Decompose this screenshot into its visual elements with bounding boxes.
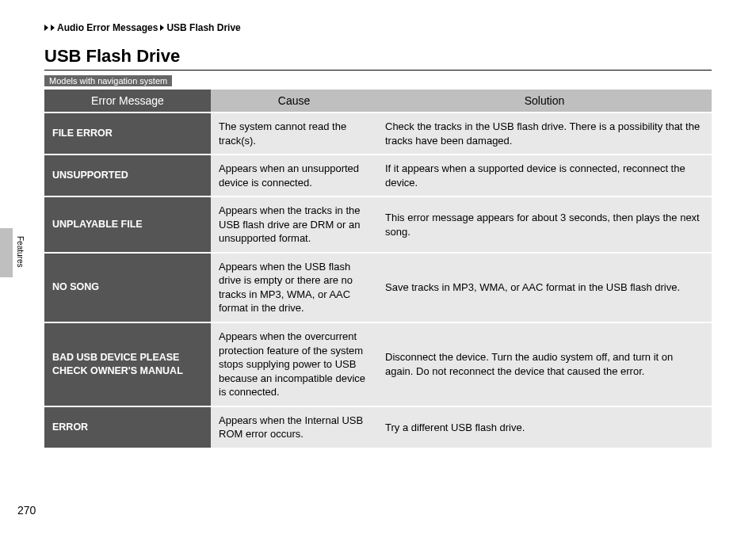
cell-solution: If it appears when a supported device is… <box>377 155 712 196</box>
table-row: FILE ERROR The system cannot read the tr… <box>44 113 712 154</box>
cell-solution: This error message appears for about 3 s… <box>377 197 712 252</box>
cell-solution: Check the tracks in the USB flash drive.… <box>377 113 712 154</box>
cell-cause: Appears when the tracks in the USB flash… <box>211 197 377 252</box>
cell-solution: Try a different USB flash drive. <box>377 407 712 448</box>
header-cause: Cause <box>211 90 377 112</box>
breadcrumb: Audio Error Messages USB Flash Drive <box>44 22 712 33</box>
triangle-icon <box>44 25 48 31</box>
breadcrumb-level-2: USB Flash Drive <box>166 22 240 33</box>
cell-error: UNPLAYABLE FILE <box>44 197 211 252</box>
model-note: Models with navigation system <box>44 75 172 86</box>
triangle-icon <box>160 25 164 31</box>
table-row: ERROR Appears when the Internal USB ROM … <box>44 407 712 448</box>
header-solution: Solution <box>377 90 712 112</box>
page-number: 270 <box>17 504 36 517</box>
header-error: Error Message <box>44 90 211 112</box>
table-row: UNSUPPORTED Appears when an unsupported … <box>44 155 712 196</box>
cell-cause: The system cannot read the track(s). <box>211 113 377 154</box>
table-header-row: Error Message Cause Solution <box>44 90 712 112</box>
table-row: UNPLAYABLE FILE Appears when the tracks … <box>44 197 712 252</box>
triangle-icon <box>51 25 55 31</box>
table-row: NO SONG Appears when the USB flash drive… <box>44 254 712 322</box>
cell-cause: Appears when an unsupported device is co… <box>211 155 377 196</box>
error-table: Error Message Cause Solution FILE ERROR … <box>44 88 712 449</box>
cell-error: ERROR <box>44 407 211 448</box>
cell-solution: Disconnect the device. Turn the audio sy… <box>377 323 712 406</box>
cell-solution: Save tracks in MP3, WMA, or AAC format i… <box>377 254 712 322</box>
cell-error: NO SONG <box>44 254 211 322</box>
table-row: BAD USB DEVICE PLEASE CHECK OWNER'S MANU… <box>44 323 712 406</box>
page-title: USB Flash Drive <box>44 46 712 71</box>
cell-error: UNSUPPORTED <box>44 155 211 196</box>
side-tab <box>0 228 13 277</box>
page-content: Audio Error Messages USB Flash Drive USB… <box>0 0 756 449</box>
breadcrumb-level-1: Audio Error Messages <box>57 22 158 33</box>
side-section-label: Features <box>16 236 25 267</box>
cell-cause: Appears when the Internal USB ROM error … <box>211 407 377 448</box>
cell-error: BAD USB DEVICE PLEASE CHECK OWNER'S MANU… <box>44 323 211 406</box>
cell-error: FILE ERROR <box>44 113 211 154</box>
cell-cause: Appears when the overcurrent protection … <box>211 323 377 406</box>
cell-cause: Appears when the USB flash drive is empt… <box>211 254 377 322</box>
